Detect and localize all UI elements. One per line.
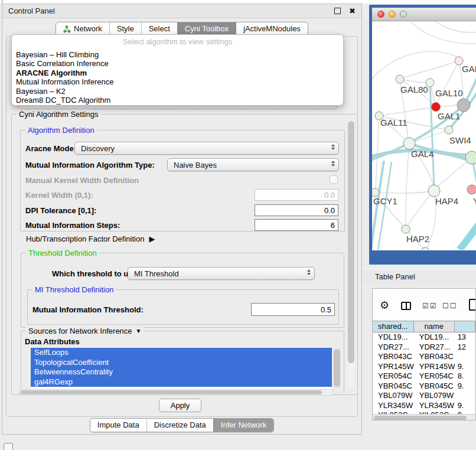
aracne-mode-combobox[interactable]: Discovery xyxy=(74,142,339,155)
table-body: YDL19... YDL19... 13 YDR27... YDR27... 1… xyxy=(373,332,475,414)
dropdown-item-selected[interactable]: ARACNE Algorithm xyxy=(12,69,343,77)
node-label: HAP2 xyxy=(406,234,429,244)
tab-impute-data[interactable]: Impute Data xyxy=(90,419,146,432)
which-threshold-label: Which threshold to use: xyxy=(52,269,139,278)
node-hap2[interactable] xyxy=(402,225,410,233)
cell: 9. xyxy=(455,401,475,411)
float-window-icon[interactable] xyxy=(334,8,341,14)
cell: YBL079W xyxy=(414,391,455,401)
close-traffic-light[interactable] xyxy=(377,11,384,18)
mi-threshold-field[interactable] xyxy=(251,303,335,316)
cell: 8. xyxy=(455,371,475,381)
table-row[interactable]: YBL079W YBL079W xyxy=(373,391,475,401)
function-builder-icon[interactable] xyxy=(469,299,476,311)
cell: YLR345W xyxy=(414,401,455,411)
dropdown-item[interactable]: Basic Correlation Inference xyxy=(12,59,343,68)
deselect-all-checkboxes-icon[interactable]: ☐☐ xyxy=(442,302,458,309)
close-icon[interactable]: ✖ xyxy=(349,7,356,15)
which-threshold-combobox[interactable]: MI Threshold xyxy=(128,267,315,280)
node-gal4[interactable] xyxy=(403,138,415,149)
node-gcy1[interactable] xyxy=(372,188,379,197)
manual-kernel-checkbox[interactable] xyxy=(330,175,338,184)
cell: YDL19... xyxy=(373,332,414,343)
tab-cyni-toolbox[interactable]: Cyni Toolbox xyxy=(177,22,236,35)
scrollbar-thumb[interactable] xyxy=(334,349,340,387)
attribute-item-selected[interactable]: SelfLoops xyxy=(31,348,332,358)
tab-jactivemnodules[interactable]: jActiveMNodules xyxy=(236,22,308,35)
table-row[interactable]: YBR045C YBR045C 9. xyxy=(373,381,475,392)
attribute-item-selected[interactable]: gal4RGexp xyxy=(31,377,332,387)
hub-tf-definition-toggle[interactable]: Hub/Transcription Factor Definition ▶ xyxy=(26,234,155,243)
scrollbar-thumb[interactable] xyxy=(348,121,354,363)
which-threshold-value: MI Threshold xyxy=(134,269,179,278)
attributes-vertical-scrollbar[interactable] xyxy=(333,348,341,389)
network-canvas[interactable]: GAL GAL80 GAL10 GAL1 GAL11 SWI4 GAL4 GCY… xyxy=(372,21,476,250)
node-gal1[interactable] xyxy=(432,103,441,112)
table-horizontal-scrollbar[interactable] xyxy=(373,414,475,420)
algorithm-dropdown-list: Select algorithm to view settings Bayesi… xyxy=(11,34,344,106)
attribute-item-selected[interactable]: TopologicalCoefficient xyxy=(31,358,332,368)
tab-network-label: Network xyxy=(74,22,102,35)
table-row[interactable]: YBR043C YBR043C xyxy=(373,352,475,362)
column-header-clipped[interactable] xyxy=(455,321,475,332)
algorithm-definition-title: Algorithm Definition xyxy=(25,126,97,135)
dropdown-item[interactable]: Bayesian – K2 xyxy=(12,87,343,96)
scrollbar-thumb[interactable] xyxy=(20,390,322,394)
settings-horizontal-scrollbar[interactable] xyxy=(18,389,334,396)
gear-icon[interactable]: ⚙ xyxy=(380,300,389,311)
node-gray[interactable] xyxy=(457,99,470,112)
tab-select[interactable]: Select xyxy=(141,22,177,35)
mi-threshold-definition-title: MI Threshold Definition xyxy=(32,285,116,294)
tab-style[interactable]: Style xyxy=(109,22,141,35)
node-label: GAL1 xyxy=(438,111,460,121)
settings-vertical-scrollbar[interactable] xyxy=(347,119,355,388)
minimized-panel-icon[interactable] xyxy=(4,443,13,450)
cell: YBL079W xyxy=(373,391,414,401)
dropdown-item[interactable]: Dream8 DC_TDC Algorithm xyxy=(12,96,343,105)
table-row[interactable]: YPR145W YPR145W 9. xyxy=(373,362,475,372)
sources-group-title-row[interactable]: Sources for Network Inference ▼ xyxy=(26,327,144,335)
algorithm-definition-group: Algorithm Definition Aracne Mode: Discov… xyxy=(20,130,345,231)
tab-infer-network-label: Infer Network xyxy=(221,419,266,432)
table-row[interactable]: YER054C YER054C 8. xyxy=(373,371,475,381)
column-layout-icon[interactable] xyxy=(401,302,411,310)
dropdown-item[interactable]: Bayesian – Hill Climbing xyxy=(12,50,343,59)
tab-discretize-data[interactable]: Discretize Data xyxy=(146,419,213,432)
mi-steps-field[interactable] xyxy=(255,219,338,231)
minimize-traffic-light[interactable] xyxy=(389,11,396,18)
sources-group: Sources for Network Inference ▼ Data Att… xyxy=(21,331,344,393)
node-label: GAL xyxy=(462,64,476,74)
select-all-checkboxes-icon[interactable]: ☑☑ xyxy=(422,302,438,309)
dpi-tolerance-label: DPI Tolerance [0,1]: xyxy=(25,206,96,215)
column-header-name[interactable]: name xyxy=(414,321,455,332)
mi-type-label: Mutual Information Algorithm Type: xyxy=(25,161,155,169)
node-gal80[interactable] xyxy=(396,75,404,83)
table-row[interactable]: YDL19... YDL19... 13 xyxy=(373,332,475,343)
network-icon xyxy=(63,25,71,33)
combo-arrows-icon xyxy=(331,161,335,167)
dropdown-item[interactable]: Mutual Information Inference xyxy=(12,77,343,86)
apply-button[interactable]: Apply xyxy=(159,399,201,412)
table-row[interactable]: YDR27... YDR27... 12 xyxy=(373,343,475,353)
cell xyxy=(455,352,475,362)
tab-infer-network[interactable]: Infer Network xyxy=(213,419,273,432)
node[interactable] xyxy=(467,185,476,194)
zoom-traffic-light[interactable] xyxy=(400,11,407,18)
dpi-tolerance-field[interactable] xyxy=(255,204,338,216)
node[interactable] xyxy=(465,151,476,164)
cyni-algorithm-settings-group: Cyni Algorithm Settings Algorithm Defini… xyxy=(11,114,358,395)
manual-kernel-label: Manual Kernel Width Definition xyxy=(25,176,139,185)
table-header-row: shared... name xyxy=(373,321,475,332)
node-label: GAL10 xyxy=(435,88,463,98)
tab-network[interactable]: Network xyxy=(56,22,109,35)
node-swi4[interactable] xyxy=(445,126,453,134)
table-row[interactable]: YLR345W YLR345W 9. xyxy=(373,401,475,411)
network-view-window[interactable]: GAL GAL80 GAL10 GAL1 GAL11 SWI4 GAL4 GCY… xyxy=(369,5,476,265)
column-header-shared-name[interactable]: shared... xyxy=(373,321,414,332)
scrollbar-thumb[interactable] xyxy=(374,416,467,420)
network-window-titlebar[interactable] xyxy=(372,8,476,21)
attribute-item-selected[interactable]: BetweennessCentrality xyxy=(31,367,332,377)
node-hap4[interactable] xyxy=(428,185,440,197)
kernel-width-field[interactable] xyxy=(255,189,338,201)
mi-type-combobox[interactable]: Naive Bayes xyxy=(167,158,339,171)
